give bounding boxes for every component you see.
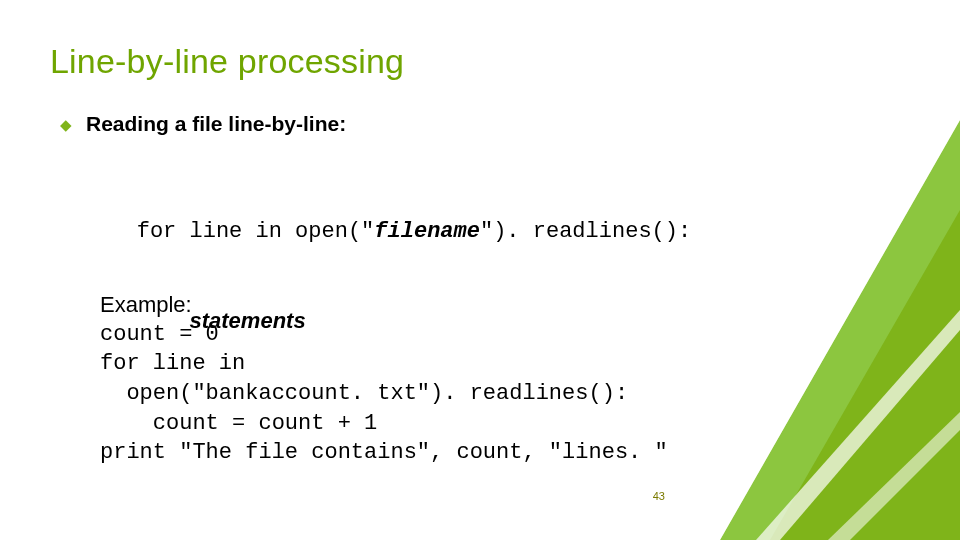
- example-line-5: print "The file contains", count, "lines…: [100, 438, 668, 468]
- example-line-4: count = count + 1: [100, 409, 668, 439]
- page-number: 43: [653, 490, 665, 502]
- example-label: Example:: [100, 290, 668, 320]
- syntax-filename: filename: [374, 219, 480, 244]
- bullet-icon: ◆: [60, 117, 72, 132]
- corner-decoration: [660, 0, 960, 540]
- syntax-pre: for line in open(": [137, 219, 375, 244]
- bullet-item: ◆ Reading a file line-by-line:: [60, 112, 346, 136]
- bullet-text: Reading a file line-by-line:: [86, 112, 346, 136]
- svg-marker-4: [828, 412, 960, 540]
- syntax-post: "). readlines():: [480, 219, 704, 244]
- example-line-2: for line in: [100, 349, 668, 379]
- svg-marker-2: [756, 310, 960, 540]
- svg-marker-3: [696, 100, 960, 540]
- slide-title: Line-by-line processing: [50, 42, 404, 81]
- slide: Line-by-line processing ◆ Reading a file…: [0, 0, 960, 540]
- example-line-1: count = 0: [100, 320, 668, 350]
- svg-marker-0: [720, 120, 960, 540]
- syntax-line-1: for line in open("filename"). readlines(…: [100, 185, 704, 276]
- svg-marker-1: [770, 210, 960, 540]
- example-block: Example: count = 0 for line in open("ban…: [100, 290, 668, 468]
- example-line-3: open("bankaccount. txt"). readlines():: [100, 379, 668, 409]
